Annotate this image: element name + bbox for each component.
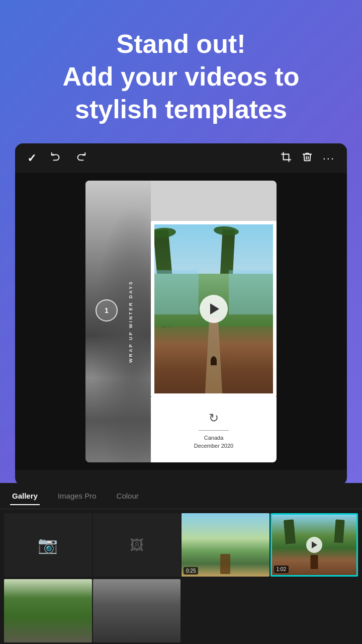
card-line: [199, 430, 229, 431]
card-location: Canada: [204, 435, 224, 441]
circle-number: 1: [96, 299, 118, 321]
gallery-grid: 📷 🖼 0:25 1:02: [0, 509, 362, 644]
header-section: Stand out! Add your videos to stylish te…: [0, 0, 362, 143]
editor-container: ✓ ··· 1 WRAP: [15, 143, 347, 486]
panel-top-gray: [151, 181, 277, 221]
right-panel: ↻ Canada December 2020: [151, 181, 277, 462]
camera-icon: 📷: [38, 535, 58, 554]
headline: Stand out! Add your videos to stylish te…: [40, 28, 322, 126]
headline-line3: stylish templates: [75, 95, 287, 124]
delete-icon[interactable]: [302, 151, 313, 165]
card-date: December 2020: [194, 443, 233, 449]
editor-toolbar: ✓ ···: [15, 143, 347, 173]
play-overlay-selected: [306, 537, 322, 553]
template-preview: 1 WRAP UP WINTER DAYS: [85, 181, 277, 462]
bottom-card: ↻ Canada December 2020: [151, 397, 277, 462]
photo-thumb-1[interactable]: 0:25: [182, 513, 269, 577]
vertical-text: WRAP UP WINTER DAYS: [128, 280, 133, 363]
top-resize-handle[interactable]: [202, 221, 226, 223]
tab-images-pro[interactable]: Images Pro: [56, 488, 99, 504]
gallery-icon-cell[interactable]: 🖼: [93, 513, 181, 577]
more-icon[interactable]: ···: [323, 152, 335, 165]
play-button[interactable]: [200, 295, 228, 323]
video-frame[interactable]: [151, 221, 277, 397]
tab-bar: Gallery Images Pro Colour: [0, 483, 362, 509]
tab-gallery[interactable]: Gallery: [10, 488, 40, 504]
photo-thumb-dark[interactable]: [93, 579, 181, 642]
check-icon[interactable]: ✓: [27, 152, 36, 165]
photo-thumb-forest[interactable]: [4, 579, 92, 642]
crop-icon[interactable]: [281, 151, 292, 165]
duration-badge-selected: 1:02: [274, 566, 289, 573]
bottom-section: Gallery Images Pro Colour 📷 🖼 0:25: [0, 483, 362, 644]
tab-colour[interactable]: Colour: [115, 488, 141, 504]
camera-cell[interactable]: 📷: [4, 513, 92, 577]
headline-line1: Stand out!: [116, 29, 245, 58]
gallery-add-icon: 🖼: [130, 537, 144, 553]
redo-icon[interactable]: [75, 151, 86, 165]
undo-icon[interactable]: [50, 151, 61, 165]
photo-thumb-selected[interactable]: 1:02: [270, 513, 358, 577]
headline-line2: Add your videos to: [63, 62, 300, 91]
left-resize-handle[interactable]: [151, 297, 153, 321]
duration-badge-1: 0:25: [184, 567, 198, 575]
bottom-resize-handle[interactable]: [202, 395, 226, 397]
editor-canvas: 1 WRAP UP WINTER DAYS: [15, 173, 347, 470]
refresh-icon[interactable]: ↻: [209, 411, 219, 425]
